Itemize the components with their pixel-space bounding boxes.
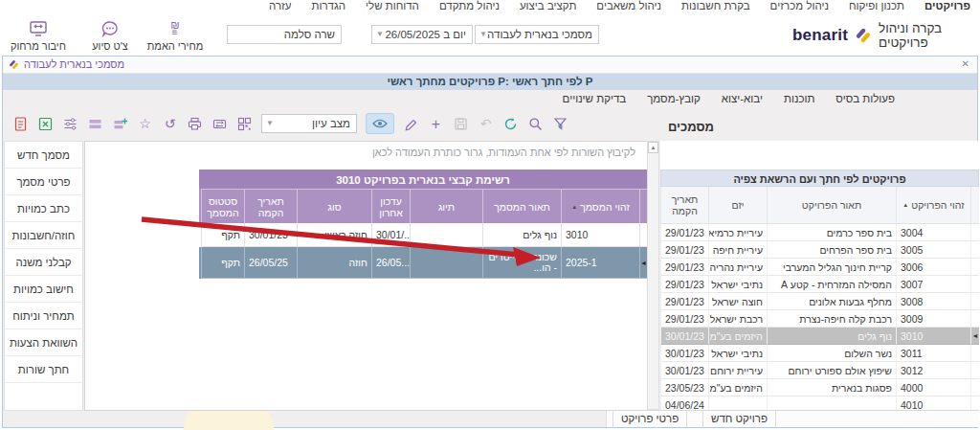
sidebar-item-row-section[interactable]: חתך שורות bbox=[5, 356, 82, 383]
winmenu-change-check[interactable]: בדיקת שינויים bbox=[563, 93, 627, 108]
add-row-icon[interactable] bbox=[112, 116, 128, 132]
refresh-icon[interactable] bbox=[502, 116, 519, 132]
col-doc-tag[interactable]: תיוג bbox=[410, 189, 482, 223]
table-row[interactable]: 401004/06/24 bbox=[660, 396, 979, 410]
user-name-field[interactable]: שרה סלמה bbox=[227, 25, 342, 44]
save-icon[interactable] bbox=[453, 116, 469, 132]
document-sidebar: מסמך חדש פרטי מסמך כתב כמויות חוזה/חשבונ… bbox=[4, 141, 83, 411]
menu-item-my-reports[interactable]: הדוחות שלי bbox=[366, 0, 419, 14]
sidebar-item-boq[interactable]: כתב כמויות bbox=[5, 195, 82, 222]
scroll-up-icon[interactable]: ▲ bbox=[648, 142, 658, 153]
print-icon[interactable] bbox=[187, 116, 203, 132]
table-row[interactable]: 3006קריית חינוך הגליל המערביעיריית נהריה… bbox=[660, 259, 979, 276]
col-project-created[interactable]: תאריך הקמה bbox=[660, 187, 708, 224]
table-row[interactable]: 3012שיפוץ אולם ספורט ירוחםעיריית ירוחם30… bbox=[660, 362, 979, 379]
data-transfer-icon[interactable] bbox=[212, 116, 228, 132]
doc-type-select[interactable]: מסמכי בנארית לעבודה▼ bbox=[475, 25, 599, 44]
winmenu-base-actions[interactable]: פעולות בסיס bbox=[835, 93, 895, 108]
view-mode-select[interactable]: מצב עיון▼ bbox=[261, 114, 357, 133]
projects-table-header: זהוי הפרויקט▲ תאור הפרויקט יזם תאריך הקמ… bbox=[660, 187, 979, 224]
table-row[interactable]: 3005בית ספר הפרחיםעיריית חיפה29/01/23 bbox=[660, 241, 979, 259]
window-menu: פעולות בסיס תוכנות יבוא-יצוא קובץ-מסמך ב… bbox=[563, 93, 895, 108]
col-doc-updated[interactable]: עדכון אחרון bbox=[371, 189, 410, 223]
remote-connection-button[interactable]: חיבור מרחוק bbox=[6, 17, 71, 52]
documents-table-title: רשימת קבצי בנארית בפרויקט 3010 bbox=[199, 170, 647, 189]
menu-item-advanced[interactable]: ניהול מתקדם bbox=[439, 0, 500, 14]
chevron-down-icon: ▼ bbox=[266, 115, 274, 132]
chat-bubble-icon bbox=[82, 17, 138, 40]
table-row-selected[interactable]: ◄3010נוף גליםהיזמים בע"מ30/01/23 bbox=[660, 328, 979, 345]
menu-item-help[interactable]: עזרה bbox=[269, 0, 292, 14]
main-menu: פרויקטים תכנון ופיקוח ניהול מכרזים בקרת … bbox=[269, 0, 970, 14]
chevron-down-icon: ▼ bbox=[376, 26, 384, 43]
search-icon[interactable] bbox=[527, 116, 544, 132]
support-chat-button[interactable]: צ'ט סיוע bbox=[82, 17, 138, 52]
close-icon[interactable]: ✕ bbox=[962, 58, 969, 69]
menu-item-settings[interactable]: הגדרות bbox=[311, 0, 345, 14]
remote-monitor-icon bbox=[6, 17, 71, 40]
true-prices-button[interactable]: ₪≡ מחירי האמת bbox=[144, 17, 207, 52]
winmenu-import-export[interactable]: יבוא-יצוא bbox=[722, 93, 763, 108]
new-project-tab[interactable]: פרויקט חדש bbox=[702, 411, 776, 428]
table-row[interactable]: 3008מחלף גבעות אלוניםחוצה ישראל29/01/23 bbox=[660, 293, 979, 310]
table-row[interactable]: 3009רכבת קלה חיפה-נצרתרכבת ישראל29/01/23 bbox=[660, 310, 979, 328]
edit-pencil-icon[interactable] bbox=[403, 116, 419, 132]
table-row[interactable]: 3010 נוף גלים 30/01/... חוזה ראשי 30/01/… bbox=[199, 223, 647, 247]
sort-asc-icon: ▲ bbox=[902, 199, 908, 211]
window-tab-bar: מסמכי בנארית לעבודה ✕ bbox=[3, 57, 977, 74]
rows-icon[interactable] bbox=[87, 116, 103, 132]
favorite-star-icon[interactable]: ☆ bbox=[137, 116, 153, 132]
col-doc-created[interactable]: תאריך הקמה bbox=[244, 189, 297, 223]
documents-panel: לקיבוץ השורות לפי אחת העמודות, גרור כותר… bbox=[84, 141, 648, 411]
winmenu-software[interactable]: תוכנות bbox=[784, 93, 814, 108]
work-date-select[interactable]: יום ב 26/05/2025▼ bbox=[371, 25, 473, 44]
col-doc-id[interactable]: זהוי המסמך▲ bbox=[561, 189, 639, 223]
app-title: בקרה וניהול פרויקטים bbox=[879, 21, 980, 50]
sidebar-item-document-details[interactable]: פרטי מסמך bbox=[5, 169, 82, 195]
sidebar-item-costing-analysis[interactable]: תמחיר וניתוח bbox=[5, 303, 82, 329]
table-row[interactable]: 4000פסגות בנאריתהיזמים בע"מ23/05/23 bbox=[660, 379, 979, 396]
table-row[interactable]: 3007המסילה המזרחית - קטע Aנתיבי ישראל29/… bbox=[660, 276, 979, 293]
export-pdf-icon[interactable] bbox=[12, 116, 29, 132]
col-project-desc[interactable]: תאור הפרויקט bbox=[767, 187, 896, 224]
menu-item-budget[interactable]: תקציב ביצוע bbox=[520, 0, 576, 14]
filter-funnel-icon[interactable] bbox=[552, 116, 568, 132]
chevron-down-icon: ▼ bbox=[479, 26, 487, 43]
menu-item-resources[interactable]: ניהול משאבים bbox=[596, 0, 661, 14]
table-row[interactable]: 3004בית ספר כרמיםעיריית כרמיאל29/01/23 bbox=[660, 224, 979, 241]
col-doc-desc[interactable]: תאור המסמך bbox=[482, 189, 561, 223]
sidebar-item-bid-comparison[interactable]: השוואת הצעות bbox=[5, 329, 82, 356]
group-by-hint: לקיבוץ השורות לפי אחת העמודות, גרור כותר… bbox=[372, 147, 635, 158]
menu-item-accounts[interactable]: בקרת חשבונות bbox=[681, 0, 750, 14]
sidebar-item-quantity-calc[interactable]: חישוב כמויות bbox=[5, 276, 82, 303]
undo-icon[interactable]: ↶ bbox=[478, 116, 494, 132]
tab-benarit-icon bbox=[9, 59, 19, 70]
col-doc-status[interactable]: סטטוס המסמך bbox=[201, 189, 244, 223]
add-new-icon[interactable]: + bbox=[428, 116, 444, 132]
menu-item-tenders[interactable]: ניהול מכרזים bbox=[770, 0, 829, 14]
col-project-id[interactable]: זהוי הפרויקט▲ bbox=[896, 187, 970, 224]
view-eye-button[interactable] bbox=[366, 113, 394, 134]
sidebar-item-new-document[interactable]: מסמך חדש bbox=[5, 142, 82, 169]
table-row-selected[interactable]: ◄ 2025-1 שכונת המייסדים - הו... 26/05...… bbox=[199, 247, 647, 279]
vertical-scrollbar[interactable]: ▲ bbox=[647, 141, 659, 410]
sidebar-item-contract-accounts[interactable]: חוזה/חשבונות bbox=[5, 222, 82, 249]
sidebar-item-subcontractors[interactable]: קבלני משנה bbox=[5, 249, 82, 276]
project-details-tab[interactable]: פרטי פרויקט bbox=[612, 411, 687, 428]
marker-column-header bbox=[639, 189, 647, 223]
menu-item-projects[interactable]: פרויקטים bbox=[924, 0, 970, 14]
menu-item-planning[interactable]: תכנון ופיקוח bbox=[849, 0, 904, 14]
winmenu-file-document[interactable]: קובץ-מסמך bbox=[647, 93, 701, 108]
column-settings-icon[interactable] bbox=[62, 116, 78, 132]
window-header-title: פרויקטים מחתך ראשי P: לפי חתך ראשי P bbox=[3, 74, 977, 90]
col-project-owner[interactable]: יזם bbox=[708, 187, 767, 224]
shekel-prices-icon: ₪≡ bbox=[144, 17, 207, 40]
table-row[interactable]: 3011נשר השלוםנתיבי ישראל30/01/23 bbox=[660, 345, 979, 362]
export-excel-icon[interactable] bbox=[37, 116, 54, 132]
projects-bottom-bar: פרטי פרויקט פרויקט חדש bbox=[606, 410, 979, 427]
col-doc-type[interactable]: סוג bbox=[297, 189, 371, 223]
history-undo-icon[interactable]: ↺ bbox=[162, 116, 178, 132]
documents-section-label: מסמכים bbox=[668, 120, 714, 134]
grid-view-icon[interactable] bbox=[236, 116, 253, 132]
window-tab-title[interactable]: מסמכי בנארית לעבודה bbox=[24, 58, 124, 70]
